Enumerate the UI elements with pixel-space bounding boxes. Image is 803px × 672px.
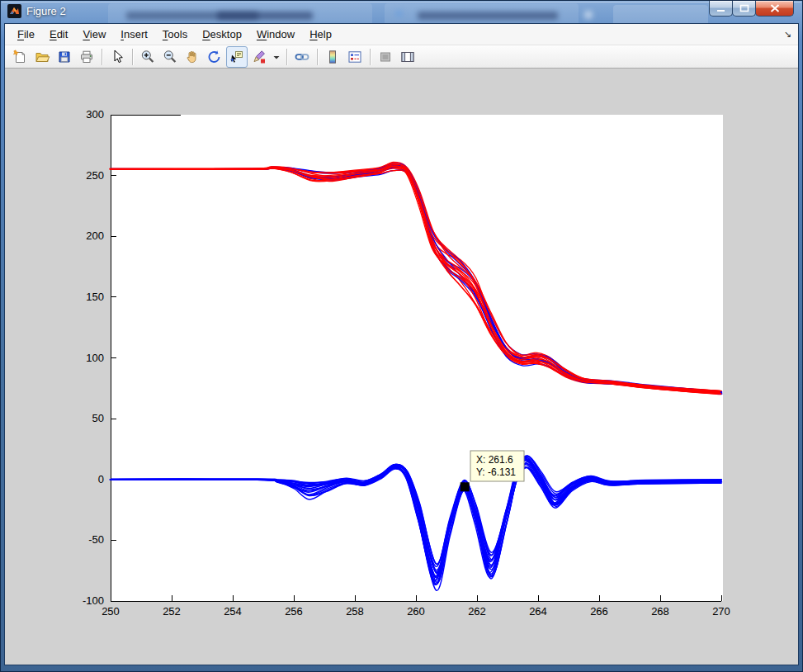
brush-button[interactable] <box>248 46 270 68</box>
hide-plot-tools-button[interactable] <box>375 46 396 68</box>
menu-window[interactable]: Window <box>249 24 302 45</box>
zoom-in-icon <box>139 49 156 65</box>
x-tick-label: 254 <box>224 605 242 618</box>
x-tick-label: 266 <box>590 605 608 618</box>
zoom-out-button[interactable] <box>159 46 181 68</box>
y-tick-label: 100 <box>86 352 104 364</box>
background-window-blur <box>584 11 593 19</box>
maximize-icon <box>739 4 749 12</box>
x-tick-label: 258 <box>346 605 364 618</box>
x-tick-label: 268 <box>651 605 669 618</box>
background-window-blur <box>613 5 708 23</box>
data-cursor-icon <box>229 49 245 65</box>
figure-client-area: FileEditViewInsertToolsDesktopWindowHelp… <box>4 23 799 665</box>
x-tick-label: 250 <box>102 605 120 618</box>
dock-figure-icon[interactable]: ↘ <box>784 29 791 40</box>
data-cursor-button[interactable] <box>226 46 248 68</box>
pan-icon <box>184 49 201 65</box>
background-window-blur <box>385 3 579 23</box>
link-plot-icon <box>294 49 310 65</box>
insert-colorbar-button[interactable] <box>322 46 343 68</box>
window-title: Figure 2 <box>26 5 66 17</box>
menu-tools[interactable]: Tools <box>155 24 195 45</box>
background-window-blur <box>395 10 403 17</box>
background-window-blur <box>217 12 313 20</box>
rotate-3d-icon <box>206 49 223 65</box>
datatip-y-value: Y: -6.131 <box>476 466 516 478</box>
brush-dropdown-button[interactable] <box>271 46 282 68</box>
figure-canvas[interactable]: 250252254256258260262264266268270-100-50… <box>5 69 798 665</box>
y-tick-label: 200 <box>86 230 104 242</box>
background-window-blur <box>418 12 558 20</box>
x-tick-label: 252 <box>163 605 181 618</box>
brush-dropdown-icon <box>272 49 281 65</box>
y-tick-label: 250 <box>86 169 104 182</box>
save-figure-icon <box>56 49 73 65</box>
toolbar-separator <box>132 49 134 65</box>
y-tick-label: 50 <box>92 412 104 424</box>
minimize-icon <box>716 5 726 12</box>
hide-plot-tools-icon <box>377 49 394 65</box>
insert-colorbar-icon <box>324 49 341 65</box>
link-plot-button[interactable] <box>291 46 313 68</box>
toolbar-separator <box>102 49 103 65</box>
menubar: FileEditViewInsertToolsDesktopWindowHelp… <box>5 24 798 45</box>
edit-plot-icon <box>109 49 125 65</box>
close-button[interactable] <box>755 1 794 17</box>
y-tick-label: 0 <box>98 473 104 485</box>
x-tick-label: 264 <box>529 605 547 618</box>
x-tick-label: 256 <box>285 605 303 618</box>
menu-edit[interactable]: Edit <box>42 24 75 45</box>
titlebar[interactable]: Figure 2 <box>1 1 802 23</box>
zoom-out-icon <box>162 49 178 65</box>
menu-view[interactable]: View <box>75 24 113 45</box>
y-tick-label: -50 <box>88 533 104 546</box>
brush-icon <box>251 49 267 65</box>
open-file-icon <box>34 49 50 65</box>
y-tick-label: -100 <box>83 594 104 607</box>
datatip-marker[interactable] <box>461 482 470 491</box>
background-window-blur <box>108 3 372 23</box>
figure-window: Figure 2 FileEditViewInsertToolsDesktopW… <box>0 0 803 672</box>
new-figure-icon <box>12 49 28 65</box>
toolbar-separator <box>286 49 288 65</box>
rotate-3d-button[interactable] <box>204 46 225 68</box>
y-tick-label: 150 <box>86 291 104 303</box>
menu-help[interactable]: Help <box>302 24 339 45</box>
menu-desktop[interactable]: Desktop <box>195 24 249 45</box>
toolbar-separator <box>370 49 371 65</box>
maximize-button[interactable] <box>732 1 756 17</box>
print-figure-button[interactable] <box>76 46 97 68</box>
x-tick-label: 260 <box>407 605 425 618</box>
datatip-x-value: X: 261.6 <box>476 454 513 466</box>
show-plot-tools-button[interactable] <box>397 46 418 68</box>
x-tick-label: 262 <box>468 605 486 618</box>
figure-toolbar <box>5 45 798 69</box>
print-figure-icon <box>78 49 95 65</box>
show-plot-tools-icon <box>399 49 416 65</box>
pan-button[interactable] <box>182 46 203 68</box>
toolbar-separator <box>317 49 319 65</box>
new-figure-button[interactable] <box>9 46 31 68</box>
edit-plot-button[interactable] <box>106 46 128 68</box>
y-tick-label: 300 <box>86 108 104 121</box>
menu-insert[interactable]: Insert <box>113 24 155 45</box>
close-icon <box>770 4 780 12</box>
insert-legend-icon <box>347 49 363 65</box>
menu-file[interactable]: File <box>10 24 42 45</box>
background-window-blur <box>126 12 258 20</box>
minimize-button[interactable] <box>709 1 733 17</box>
save-figure-button[interactable] <box>54 46 75 68</box>
matlab-logo-icon <box>7 4 21 18</box>
caption-buttons <box>710 1 794 17</box>
axes-plot[interactable]: 250252254256258260262264266268270-100-50… <box>5 69 800 666</box>
zoom-in-button[interactable] <box>137 46 158 68</box>
x-tick-label: 270 <box>712 605 730 618</box>
insert-legend-button[interactable] <box>344 46 366 68</box>
open-file-button[interactable] <box>31 46 53 68</box>
